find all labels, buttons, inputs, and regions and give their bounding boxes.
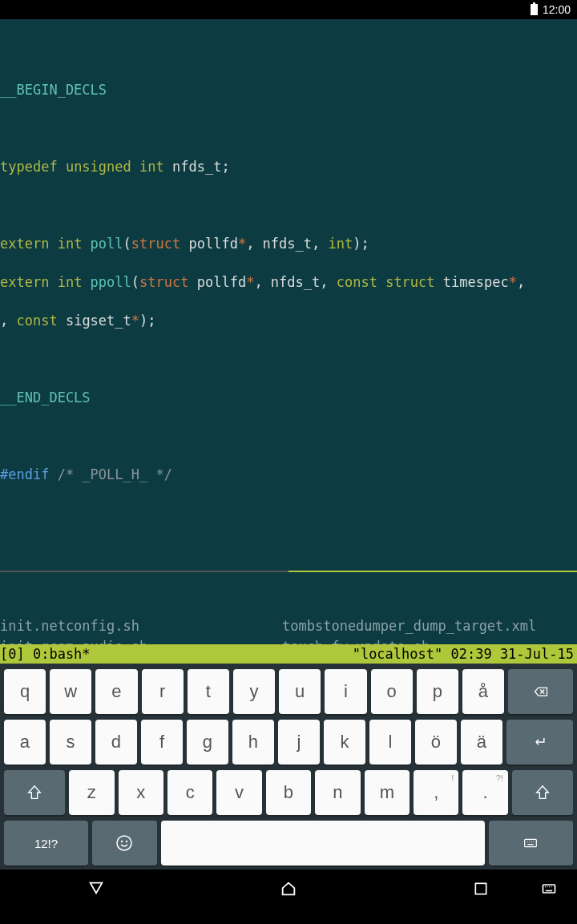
key-g[interactable]: g <box>187 720 228 765</box>
tmux-session-info: [0] 0:bash* <box>0 644 353 664</box>
key-j[interactable]: j <box>278 720 320 765</box>
shift-key-right[interactable] <box>512 770 573 815</box>
key-i[interactable]: i <box>325 669 366 714</box>
key-p[interactable]: p <box>417 669 458 714</box>
key-a[interactable]: a <box>4 720 46 765</box>
key-f[interactable]: f <box>141 720 183 765</box>
keyboard-icon <box>522 834 539 852</box>
key-w[interactable]: w <box>50 669 91 714</box>
code-editor: __BEGIN_DECLS typedef unsigned int nfds_… <box>0 58 577 532</box>
svg-point-3 <box>121 841 123 842</box>
key-n[interactable]: n <box>315 770 360 815</box>
svg-point-2 <box>117 836 131 850</box>
backspace-icon <box>531 684 551 700</box>
key-e[interactable]: e <box>95 669 137 714</box>
shift-key[interactable] <box>4 770 65 815</box>
key-v[interactable]: v <box>216 770 261 815</box>
key-ä[interactable]: ä <box>461 720 502 765</box>
terminal[interactable]: __BEGIN_DECLS typedef unsigned int nfds_… <box>0 19 577 644</box>
symbols-key[interactable]: 12!? <box>4 821 88 865</box>
backspace-key[interactable] <box>508 669 573 714</box>
tmux-clock: "localhost" 02:39 31-Jul-15 <box>353 644 577 664</box>
key-ö[interactable]: ö <box>415 720 457 765</box>
shift-up-icon <box>26 784 43 801</box>
svg-rect-5 <box>525 839 537 846</box>
nav-back-button[interactable] <box>60 880 132 898</box>
key-b[interactable]: b <box>266 770 311 815</box>
key-o[interactable]: o <box>371 669 413 714</box>
key-s[interactable]: s <box>50 720 91 765</box>
file-entry: touch_fw_update.sh <box>282 636 577 644</box>
enter-key[interactable] <box>506 720 573 765</box>
file-entry: init.qcom.audio.sh <box>0 636 282 644</box>
back-triangle-icon <box>87 880 105 898</box>
pane-divider <box>0 571 577 572</box>
battery-icon <box>531 4 538 15</box>
nav-home-button[interactable] <box>252 880 325 898</box>
key-z[interactable]: z <box>69 770 114 815</box>
file-listing: init.netconfig.shinit.qcom.audio.shinit.… <box>0 611 577 644</box>
key-d[interactable]: d <box>95 720 137 765</box>
svg-rect-11 <box>475 883 486 894</box>
svg-point-4 <box>126 841 127 842</box>
keyboard-settings-key[interactable] <box>489 821 573 865</box>
key-x[interactable]: x <box>119 770 163 815</box>
key-m[interactable]: m <box>365 770 410 815</box>
key-u[interactable]: u <box>279 669 321 714</box>
key-period[interactable]: .?! <box>462 770 507 815</box>
recents-square-icon <box>473 881 489 897</box>
home-icon <box>280 880 297 898</box>
space-key[interactable] <box>161 821 485 865</box>
status-time: 12:00 <box>543 3 571 16</box>
tmux-status-bar: [0] 0:bash* "localhost" 02:39 31-Jul-15 <box>0 644 577 664</box>
emoji-icon <box>115 833 134 853</box>
emoji-key[interactable] <box>92 821 157 865</box>
key-k[interactable]: k <box>324 720 365 765</box>
file-entry: tombstonedumper_dump_target.xml <box>282 615 577 636</box>
key-r[interactable]: r <box>142 669 184 714</box>
key-l[interactable]: l <box>369 720 411 765</box>
status-bar: 12:00 <box>0 0 577 19</box>
shift-up-icon <box>534 784 551 801</box>
android-nav-bar <box>0 870 577 908</box>
enter-icon <box>530 734 549 750</box>
nav-ime-button[interactable] <box>529 881 569 897</box>
key-c[interactable]: c <box>167 770 212 815</box>
nav-recents-button[interactable] <box>445 881 517 897</box>
on-screen-keyboard: qwertyuiopå asdfghjklöä zxcvbnm,!.?! 12!… <box>0 664 577 870</box>
key-y[interactable]: y <box>233 669 275 714</box>
key-å[interactable]: å <box>462 669 504 714</box>
key-comma[interactable]: ,! <box>414 770 458 815</box>
key-h[interactable]: h <box>232 720 274 765</box>
keyboard-small-icon <box>541 881 557 897</box>
file-entry: init.netconfig.sh <box>0 615 282 636</box>
key-q[interactable]: q <box>4 669 46 714</box>
key-superscript: ?! <box>496 773 503 783</box>
key-t[interactable]: t <box>188 669 229 714</box>
key-superscript: ! <box>451 773 454 783</box>
svg-rect-12 <box>543 885 555 893</box>
